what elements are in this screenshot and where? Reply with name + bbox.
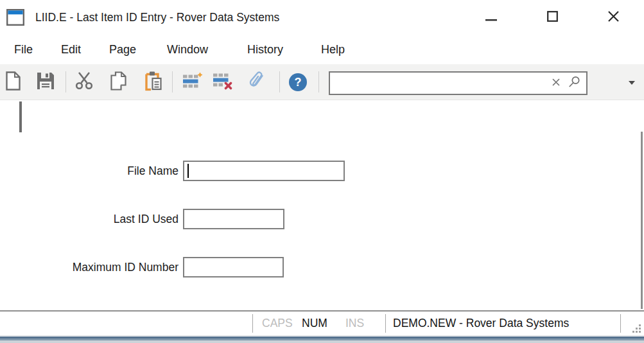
status-bar: CAPS NUM INS DEMO.NEW - Rover Data Syste…: [0, 310, 644, 335]
clipboard-paste-icon: [144, 71, 162, 93]
copy-pages-icon: [109, 71, 127, 93]
new-document-icon: [6, 71, 21, 93]
ins-indicator: INS: [345, 312, 364, 335]
search-box: [329, 71, 587, 95]
delete-record-icon: [212, 71, 233, 92]
title-bar: LIID.E - Last Item ID Entry - Rover Data…: [0, 0, 644, 35]
menu-help[interactable]: Help: [321, 35, 345, 64]
toolbar-overflow-button[interactable]: [625, 76, 638, 89]
attachments-button[interactable]: [248, 71, 268, 93]
form-area: File Name Last ID Used Maximum ID Number: [0, 100, 644, 310]
insert-record-button[interactable]: [182, 71, 203, 92]
app-window-icon[interactable]: [6, 9, 24, 26]
statusbar-separator: [385, 314, 386, 333]
minimize-button[interactable]: [476, 0, 506, 35]
toolbar-separator: [279, 71, 280, 92]
window-bottom-border: [0, 335, 644, 343]
input-caret: [187, 164, 189, 178]
save-icon: [37, 72, 55, 92]
paperclip-icon: [248, 71, 268, 93]
cut-button[interactable]: [74, 72, 94, 92]
close-button[interactable]: [598, 0, 628, 35]
scissors-icon: [74, 72, 94, 92]
delete-record-button[interactable]: [212, 71, 233, 92]
new-document-button[interactable]: [6, 71, 21, 93]
last-id-used-label: Last ID Used: [0, 209, 178, 229]
copy-button[interactable]: [109, 71, 127, 93]
app-window: LIID.E - Last Item ID Entry - Rover Data…: [0, 0, 644, 343]
statusbar-context: DEMO.NEW - Rover Data Systems: [393, 312, 569, 335]
minimize-icon: [485, 12, 497, 24]
window-title: LIID.E - Last Item ID Entry - Rover Data…: [35, 0, 279, 35]
toolbar-separator: [318, 71, 319, 92]
toolbar-separator: [172, 71, 173, 92]
maximize-button[interactable]: [537, 0, 567, 35]
menu-window[interactable]: Window: [167, 35, 208, 64]
text-caret: [19, 101, 22, 132]
toolbar: ?: [0, 64, 644, 100]
chevron-down-icon: [628, 76, 636, 88]
caps-indicator: CAPS: [262, 312, 293, 335]
menu-page[interactable]: Page: [109, 35, 136, 64]
maximize-icon: [547, 11, 558, 24]
maximum-id-number-field: [183, 257, 284, 277]
save-button[interactable]: [37, 72, 55, 92]
search-input[interactable]: [330, 73, 552, 94]
statusbar-separator: [620, 314, 621, 333]
last-id-used-input[interactable]: [184, 210, 283, 228]
maximum-id-number-label: Maximum ID Number: [0, 257, 178, 277]
menu-edit[interactable]: Edit: [61, 35, 81, 64]
file-name-field: [183, 161, 345, 181]
search-box-icons: [552, 76, 586, 91]
paste-button[interactable]: [144, 71, 162, 93]
help-icon: ?: [289, 73, 307, 91]
num-indicator: NUM: [302, 312, 327, 335]
resize-grip-icon[interactable]: [632, 323, 641, 333]
close-icon: [607, 10, 620, 25]
statusbar-separator: [252, 314, 253, 333]
vertical-scrollbar[interactable]: [641, 132, 643, 309]
insert-record-icon: [182, 71, 203, 92]
menu-bar: File Edit Page Window History Help: [0, 35, 644, 64]
last-id-used-field: [183, 209, 284, 229]
menu-history[interactable]: History: [247, 35, 283, 64]
menu-file[interactable]: File: [14, 35, 33, 64]
help-button[interactable]: ?: [289, 73, 307, 91]
magnifier-icon[interactable]: [568, 76, 580, 91]
clear-search-icon[interactable]: [552, 78, 561, 89]
file-name-label: File Name: [0, 161, 178, 181]
file-name-input[interactable]: [184, 162, 344, 180]
maximum-id-number-input[interactable]: [184, 258, 283, 276]
toolbar-separator: [65, 71, 66, 92]
